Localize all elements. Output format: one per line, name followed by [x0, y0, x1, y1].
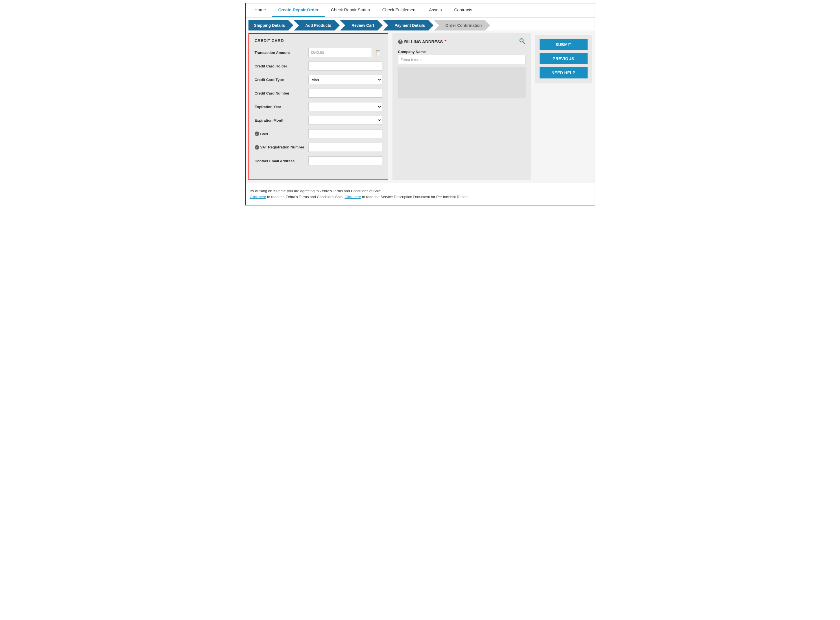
copy-icon[interactable]: 📋	[374, 48, 382, 56]
footer-link-1[interactable]: Click here	[250, 195, 266, 199]
nav-assets[interactable]: Assets	[423, 3, 448, 17]
billing-search-icon[interactable]	[519, 38, 525, 46]
company-name-input[interactable]	[398, 55, 525, 64]
step-review-cart-label: Review Cart	[351, 23, 374, 28]
required-star: *	[445, 39, 446, 44]
steps-breadcrumb: Shipping Details Add Products Review Car…	[246, 18, 595, 30]
billing-panel: i BILLING ADDRESS * Company Name	[392, 33, 531, 180]
credit-card-number-row: Credit Card Number	[255, 89, 382, 98]
contact-email-row: Contact Email Address	[255, 157, 382, 166]
expiration-year-select[interactable]	[308, 102, 382, 111]
need-help-button[interactable]: NEED HELP	[540, 67, 588, 78]
step-order-confirmation[interactable]: Order Confirmation	[434, 20, 490, 30]
transaction-amount-row: Transaction Amount 📋	[255, 48, 382, 57]
credit-card-type-select[interactable]: Visa Mastercard Amex Discover	[308, 75, 382, 84]
step-order-confirmation-label: Order Confirmation	[445, 23, 482, 28]
submit-button[interactable]: SUBMIT	[540, 39, 588, 50]
transaction-amount-label: Transaction Amount	[255, 51, 306, 55]
step-payment-details[interactable]: Payment Details	[383, 20, 433, 30]
main-content: CREDIT CARD Transaction Amount 📋 Credit …	[246, 30, 595, 183]
billing-header: i BILLING ADDRESS *	[398, 38, 525, 46]
billing-address-textarea[interactable]	[398, 67, 525, 98]
expiration-year-label: Expiration Year	[255, 105, 306, 109]
contact-email-label: Contact Email Address	[255, 159, 306, 163]
top-navigation: Home Create Repair Order Check Repair St…	[246, 3, 595, 18]
vat-input[interactable]	[308, 143, 382, 152]
credit-card-type-row: Credit Card Type Visa Mastercard Amex Di…	[255, 75, 382, 84]
svg-line-1	[523, 42, 525, 44]
cvn-input[interactable]	[308, 129, 382, 138]
transaction-amount-input[interactable]	[308, 48, 372, 57]
expiration-month-row: Expiration Month	[255, 116, 382, 125]
footer: By clicking on 'Submit' you are agreeing…	[246, 183, 595, 205]
nav-home[interactable]: Home	[249, 3, 272, 17]
billing-title: i BILLING ADDRESS *	[398, 39, 446, 44]
action-panel-inner: SUBMIT PREVIOUS NEED HELP	[535, 35, 592, 83]
credit-card-number-label: Credit Card Number	[255, 91, 306, 95]
credit-card-holder-row: Credit Card Holder	[255, 62, 382, 71]
step-add-products-label: Add Products	[305, 23, 331, 28]
nav-check-repair-status[interactable]: Check Repair Status	[325, 3, 376, 17]
credit-card-title: CREDIT CARD	[255, 38, 382, 43]
credit-card-number-input[interactable]	[308, 89, 382, 98]
vat-row: i VAT Registration Number	[255, 143, 382, 152]
previous-button[interactable]: PREVIOUS	[540, 53, 588, 64]
cvn-row: i CVN	[255, 129, 382, 138]
credit-card-holder-input[interactable]	[308, 62, 382, 71]
cvn-info-icon[interactable]: i	[255, 131, 259, 136]
step-review-cart[interactable]: Review Cart	[340, 20, 383, 30]
vat-label: i VAT Registration Number	[255, 145, 306, 150]
nav-create-repair-order[interactable]: Create Repair Order	[272, 3, 325, 17]
page-wrapper: Home Create Repair Order Check Repair St…	[245, 3, 595, 205]
credit-card-type-label: Credit Card Type	[255, 78, 306, 82]
nav-contracts[interactable]: Contracts	[448, 3, 478, 17]
expiration-month-label: Expiration Month	[255, 118, 306, 122]
credit-card-holder-label: Credit Card Holder	[255, 64, 306, 68]
vat-info-icon[interactable]: i	[255, 145, 259, 150]
company-name-label: Company Name	[398, 50, 525, 54]
footer-link-2[interactable]: Click here	[345, 195, 361, 199]
nav-check-entitlement[interactable]: Check Entitlement	[376, 3, 423, 17]
credit-card-panel: CREDIT CARD Transaction Amount 📋 Credit …	[249, 33, 388, 180]
expiration-year-row: Expiration Year	[255, 102, 382, 111]
footer-line1: By clicking on 'Submit' you are agreeing…	[250, 189, 590, 193]
expiration-month-select[interactable]	[308, 116, 382, 125]
contact-email-input[interactable]	[308, 157, 382, 166]
cvn-label: i CVN	[255, 131, 306, 136]
step-payment-details-label: Payment Details	[394, 23, 425, 28]
step-shipping-details-label: Shipping Details	[254, 23, 285, 28]
step-add-products[interactable]: Add Products	[294, 20, 340, 30]
step-shipping-details[interactable]: Shipping Details	[249, 20, 294, 30]
footer-line2: Click here to read the Zebra's Terms and…	[250, 195, 590, 199]
action-panel: SUBMIT PREVIOUS NEED HELP	[535, 33, 592, 180]
billing-info-icon[interactable]: i	[398, 39, 403, 44]
